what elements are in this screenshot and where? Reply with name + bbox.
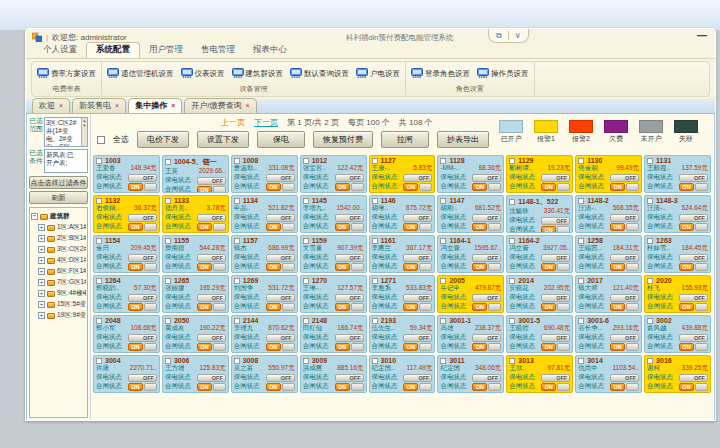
meter-card[interactable]: 1133德丹美..3.78元保电状态OFF合闸状态ON (162, 195, 229, 233)
doc-tab-新装售电[interactable]: 新装售电× (72, 98, 126, 113)
meter-card[interactable]: 1157钱杰686.99元保电状态OFF合闸状态ON (231, 235, 298, 273)
tree-item-7区[interactable]: +7区:G区1#井 (38, 278, 86, 287)
restore-icon[interactable]: ⧉ (496, 31, 502, 41)
supply-off-toggle[interactable]: OFF (403, 334, 432, 342)
prev-page-link[interactable]: 上一页 (221, 117, 245, 128)
meter-card[interactable]: 3010纪定国..117.49元保电状态OFF合闸状态ON (369, 355, 436, 393)
supply-off-toggle[interactable]: OFF (472, 334, 501, 342)
supply-off-toggle[interactable]: OFF (679, 254, 708, 262)
supply-off-toggle[interactable]: OFF (266, 254, 295, 262)
meter-card[interactable]: 1271李雅系533.83元保电状态OFF合闸状态ON (369, 275, 436, 313)
switch-on-toggle[interactable]: ON (403, 263, 418, 271)
switch-on-toggle[interactable]: ON (197, 186, 212, 194)
meter-checkbox[interactable] (372, 358, 378, 364)
meter-card[interactable]: 1269刘国争531.72元保电状态OFF合闸状态ON (231, 275, 298, 313)
meter-card[interactable]: 1146胡琳..875.72元保电状态OFF合闸状态ON (369, 195, 436, 233)
meter-checkbox[interactable] (96, 198, 102, 204)
meter-card[interactable]: 3009洪成惠885.16元保电状态OFF合闸状态ON (300, 355, 367, 393)
expand-icon[interactable]: + (38, 224, 45, 231)
choose-filter-button[interactable]: 点击选择过滤条件 (29, 176, 88, 189)
supply-off-toggle[interactable]: OFF (472, 214, 501, 222)
supply-off-toggle[interactable]: OFF (472, 254, 501, 262)
meter-card[interactable]: 1164-2冯立晋3927.05..保电状态OFF合闸状态ON (506, 235, 573, 273)
meter-card[interactable]: 1145李增九..1542.00..保电状态OFF合闸状态ON (300, 195, 367, 233)
meter-checkbox[interactable] (96, 278, 102, 284)
supply-off-toggle[interactable]: OFF (679, 374, 708, 382)
expand-icon[interactable]: + (38, 257, 45, 264)
next-page-link[interactable]: 下一页 (254, 117, 278, 128)
meter-checkbox[interactable] (372, 158, 378, 164)
menu-tab-报表中心[interactable]: 报表中心 (244, 43, 296, 58)
chevron-down-icon[interactable]: ∨ (515, 31, 521, 40)
meter-checkbox[interactable] (440, 198, 446, 204)
supply-off-toggle[interactable]: OFF (610, 334, 639, 342)
supply-off-toggle[interactable]: OFF (472, 294, 501, 302)
meter-checkbox[interactable] (234, 278, 240, 284)
meter-card[interactable]: 1134申品..521.82元保电状态OFF合闸状态ON (231, 195, 298, 233)
supply-off-toggle[interactable]: OFF (335, 174, 364, 182)
meter-checkbox[interactable] (440, 278, 446, 284)
meter-card[interactable]: 3013王欣..97.81元保电状态OFF合闸状态ON (506, 355, 573, 393)
supply-off-toggle[interactable]: OFF (541, 254, 570, 262)
meter-card[interactable]: 3004许康2270.71..保电状态OFF合闸状态ON (93, 355, 160, 393)
switch-on-toggle[interactable]: ON (197, 303, 212, 311)
meter-card[interactable]: 1270王琳-..127.57元保电状态OFF合闸状态ON (300, 275, 367, 313)
ribbon-button-登录角色设置[interactable]: 登录角色设置 (411, 68, 470, 80)
meter-checkbox[interactable] (647, 198, 653, 204)
switch-on-toggle[interactable]: ON (335, 183, 350, 191)
supply-off-toggle[interactable]: OFF (335, 374, 364, 382)
switch-on-toggle[interactable]: ON (197, 343, 212, 351)
supply-off-toggle[interactable]: OFF (679, 334, 708, 342)
meter-checkbox[interactable] (96, 318, 102, 324)
meter-card[interactable]: 1127王康-..5.83元保电状态OFF合闸状态ON (369, 155, 436, 193)
expand-icon[interactable]: + (38, 279, 45, 286)
meter-checkbox[interactable] (578, 358, 584, 364)
meter-card[interactable]: 1263桂妹雪..184.45元保电状态OFF合闸状态ON (644, 235, 711, 273)
meter-card[interactable]: 2014安晓花202.95元保电状态OFF合闸状态ON (506, 275, 573, 313)
meter-card[interactable]: 1148-2汪清-..568.35元保电状态OFF合闸状态ON (575, 195, 642, 233)
switch-on-toggle[interactable]: ON (541, 303, 556, 311)
supply-off-toggle[interactable]: OFF (541, 174, 570, 182)
supply-off-toggle[interactable]: OFF (128, 174, 157, 182)
switch-on-toggle[interactable]: ON (335, 303, 350, 311)
meter-card[interactable]: 1258王端茜..184.31元保电状态OFF合闸状态ON (575, 235, 642, 273)
meter-card[interactable]: 1148-1、522沈毓铁330.41元保电状态OFF合闸状态ON (506, 195, 573, 233)
supply-off-toggle[interactable]: OFF (197, 177, 226, 185)
meter-card[interactable]: 1012张宝容..122.42元保电状态OFF合闸状态ON (300, 155, 367, 193)
meter-card[interactable]: 1155费南德544.28元保电状态OFF合闸状态ON (162, 235, 229, 273)
switch-on-toggle[interactable]: ON (128, 383, 143, 391)
tree-root[interactable]: −建筑群 (31, 212, 86, 221)
switch-on-toggle[interactable]: ON (403, 383, 418, 391)
close-icon[interactable]: × (115, 102, 119, 109)
meter-card[interactable]: 3001-6谷长争..293.16元保电状态OFF合闸状态ON (575, 315, 642, 353)
switch-on-toggle[interactable]: ON (335, 263, 350, 271)
doc-tab-欢迎[interactable]: 欢迎× (32, 98, 70, 113)
switch-on-toggle[interactable]: ON (197, 383, 212, 391)
expand-icon[interactable]: + (38, 246, 45, 253)
switch-on-toggle[interactable]: ON (610, 263, 625, 271)
meter-checkbox[interactable] (578, 198, 584, 204)
meter-checkbox[interactable] (165, 358, 171, 364)
meter-card[interactable]: 1164-1冯立晋..1595.67..保电状态OFF合闸状态ON (437, 235, 504, 273)
supply-off-toggle[interactable]: OFF (128, 214, 157, 222)
meter-card[interactable]: 1264郑晓韵..57.30元保电状态OFF合闸状态ON (93, 275, 160, 313)
tree-item-9区[interactable]: +9区:4#楼电井(4 (38, 289, 86, 298)
supply-off-toggle[interactable]: OFF (197, 334, 226, 342)
supply-off-toggle[interactable]: OFF (403, 214, 432, 222)
supply-off-toggle[interactable]: OFF (266, 334, 295, 342)
meter-checkbox[interactable] (165, 278, 171, 284)
meter-card[interactable]: 2144李瑾九870.62元保电状态OFF合闸状态ON (231, 315, 298, 353)
supply-off-toggle[interactable]: OFF (403, 374, 432, 382)
switch-on-toggle[interactable]: ON (128, 343, 143, 351)
collapse-icon[interactable]: − (31, 213, 38, 220)
meter-checkbox[interactable] (578, 238, 584, 244)
ribbon-button-默认查询设置[interactable]: 默认查询设置 (290, 68, 349, 80)
switch-on-toggle[interactable]: ON (541, 183, 556, 191)
ribbon-button-通信管理机设置[interactable]: 通信管理机设置 (107, 68, 174, 80)
supply-off-toggle[interactable]: OFF (266, 294, 295, 302)
supply-off-toggle[interactable]: OFF (610, 254, 639, 262)
meter-checkbox[interactable] (96, 158, 102, 164)
switch-on-toggle[interactable]: ON (266, 263, 281, 271)
supply-off-toggle[interactable]: OFF (266, 374, 295, 382)
supply-off-toggle[interactable]: OFF (266, 214, 295, 222)
